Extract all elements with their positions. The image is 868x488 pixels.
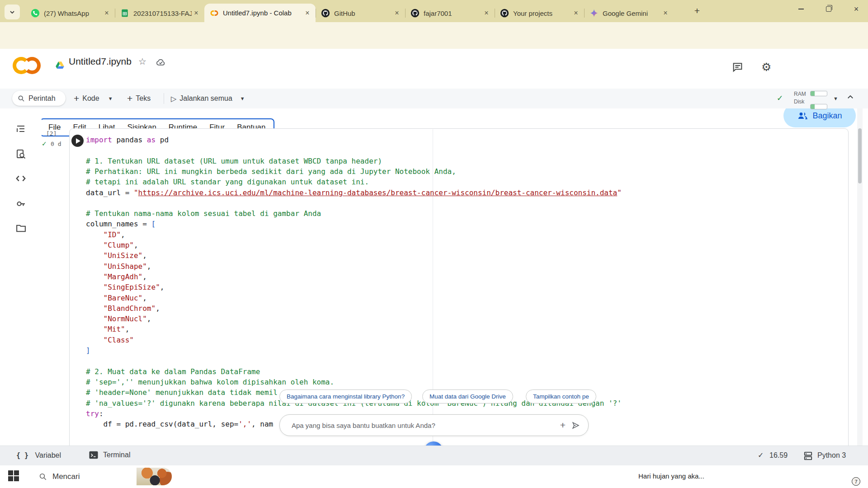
browser-tab-5[interactable]: fajar7001× [405, 4, 495, 22]
code-line-16: "BareNuc", [86, 293, 147, 303]
braces-icon: { } [16, 451, 28, 460]
spreadsheet-icon [120, 9, 129, 18]
drive-file-icon [55, 61, 65, 70]
tab-close-icon[interactable]: × [303, 9, 312, 18]
new-tab-button[interactable]: + [691, 6, 703, 16]
add-code-label: Kode [82, 94, 99, 103]
browser-tab-7[interactable]: Google Gemini× [584, 4, 674, 22]
runtime-icon[interactable] [803, 450, 813, 461]
code-line-19: "Mit", [86, 324, 129, 334]
code-line-10: "ID", [86, 230, 125, 240]
code-line-9: column_names = [ [86, 219, 156, 229]
disk-meter [810, 104, 827, 109]
weather-text[interactable]: Hari hujan yang aka... [638, 472, 722, 480]
cloud-saved-icon [156, 57, 166, 68]
code-snippets-icon[interactable] [14, 172, 27, 185]
start-button[interactable] [8, 470, 19, 482]
tab-title: fajar7001 [424, 9, 482, 17]
code-line-4: # Perhatikan: URL ini mungkin berbeda se… [86, 166, 456, 177]
run-all-button[interactable]: ▷ Jalankan semua ▼ [171, 89, 245, 108]
windows-taskbar: Mencari A 29 F [0, 465, 868, 488]
comment-icon[interactable] [732, 61, 743, 73]
browser-tab-2[interactable]: 202310715133-FAJAR× [115, 4, 204, 22]
toolbar-divider [164, 93, 164, 104]
restore-icon [826, 6, 831, 12]
code-line-13: "UniShape", [86, 261, 151, 272]
gemini-icon [590, 9, 599, 18]
search-placeholder: Mencari [52, 472, 137, 481]
notification-count-badge: 7 [852, 477, 860, 486]
search-highlight-image[interactable] [137, 468, 172, 485]
colab-footer: { } Variabel Terminal ✓ 16.59 Python 3 [0, 446, 868, 465]
run-cell-button[interactable] [71, 135, 84, 147]
code-line-6: data_url = "https://archive.ics.uci.edu/… [86, 188, 622, 198]
code-line-18: "NormNucl", [86, 314, 151, 324]
minimize-icon [798, 9, 804, 9]
window-close-button[interactable]: × [846, 0, 867, 18]
browser-tab-3[interactable]: Untitled7.ipynb - Colab× [204, 4, 316, 22]
window-restore-button[interactable] [818, 0, 839, 18]
add-text-button[interactable]: + Teks [127, 89, 151, 108]
suggestion-chip-2[interactable]: Muat data dari Google Drive [422, 389, 513, 404]
tab-close-icon[interactable]: × [102, 9, 111, 18]
send-icon[interactable] [569, 419, 582, 432]
table-of-contents-icon[interactable] [14, 122, 27, 135]
collapse-toolbar-button[interactable] [846, 93, 854, 101]
resources-dropdown[interactable]: ▼ [833, 96, 838, 101]
terminal-button[interactable]: Terminal [89, 450, 130, 460]
plus-icon: + [127, 93, 132, 104]
execution-time: 0 d [51, 141, 61, 147]
tab-title: GitHub [334, 9, 392, 17]
executed-check-icon: ✓ [42, 140, 47, 147]
code-line-12: "UniSize", [86, 250, 147, 261]
command-palette-button[interactable]: Perintah [12, 91, 66, 106]
search-icon [18, 95, 25, 102]
suggestion-chip-3[interactable]: Tampilkan contoh pe [526, 389, 596, 404]
tab-close-icon[interactable]: × [192, 9, 201, 18]
notebook-title[interactable]: Untitled7.ipynb [69, 56, 132, 67]
chevron-down-icon[interactable]: ▼ [108, 96, 113, 101]
colab-header: Untitled7.ipynb ☆ FileEditLihatSisipkanR… [0, 49, 868, 89]
tab-close-icon[interactable]: × [392, 9, 401, 18]
ram-meter [810, 91, 827, 96]
tab-title: 202310715133-FAJAR [133, 9, 192, 17]
tab-close-icon[interactable]: × [482, 9, 491, 18]
tab-title: (27) WhatsApp [44, 9, 102, 17]
suggestion-chip-1[interactable]: Bagaimana cara menginstal library Python… [279, 389, 412, 404]
add-text-label: Teks [136, 94, 151, 103]
tab-close-icon[interactable]: × [661, 9, 670, 18]
window-minimize-button[interactable] [791, 0, 811, 18]
find-replace-icon[interactable] [14, 148, 27, 160]
tab-search-button[interactable] [5, 5, 20, 19]
disk-label: Disk [794, 99, 804, 105]
chevron-down-icon[interactable]: ▼ [240, 96, 245, 101]
add-code-button[interactable]: + Kode ▼ [74, 89, 113, 108]
play-icon [76, 138, 80, 144]
last-saved-time: 16.59 [769, 451, 788, 460]
github-icon [500, 9, 509, 18]
kernel-label[interactable]: Python 3 [817, 451, 846, 460]
browser-tab-6[interactable]: Your projects× [495, 4, 584, 22]
settings-gear-icon[interactable]: ⚙ [761, 61, 771, 74]
share-label: Bagikan [812, 111, 842, 121]
browser-tab-4[interactable]: GitHub× [316, 4, 405, 22]
tab-title: Your projects [513, 9, 571, 17]
tab-close-icon[interactable]: × [571, 9, 580, 18]
github-icon [321, 9, 330, 18]
code-line-24: # 'sep=','' menunjukkan bahwa kolom dipi… [86, 377, 334, 387]
tab-title: Google Gemini [603, 9, 661, 17]
attach-plus-icon[interactable]: + [557, 419, 569, 432]
taskbar-search[interactable]: Mencari [32, 468, 172, 485]
variables-button[interactable]: { } Variabel [16, 451, 61, 460]
star-icon[interactable]: ☆ [138, 56, 146, 67]
assistant-chat-input[interactable] [291, 421, 557, 430]
code-line-1: import pandas as pd [86, 135, 169, 145]
secrets-key-icon[interactable] [14, 197, 27, 210]
files-folder-icon[interactable] [14, 222, 27, 235]
scrollbar-thumb[interactable] [858, 128, 862, 183]
assistant-chat-bar[interactable]: + [279, 414, 589, 436]
browser-tab-1[interactable]: (27) WhatsApp× [25, 4, 115, 22]
left-sidebar-rail [0, 108, 42, 446]
colab-logo [13, 57, 41, 75]
plus-icon: + [74, 93, 79, 104]
